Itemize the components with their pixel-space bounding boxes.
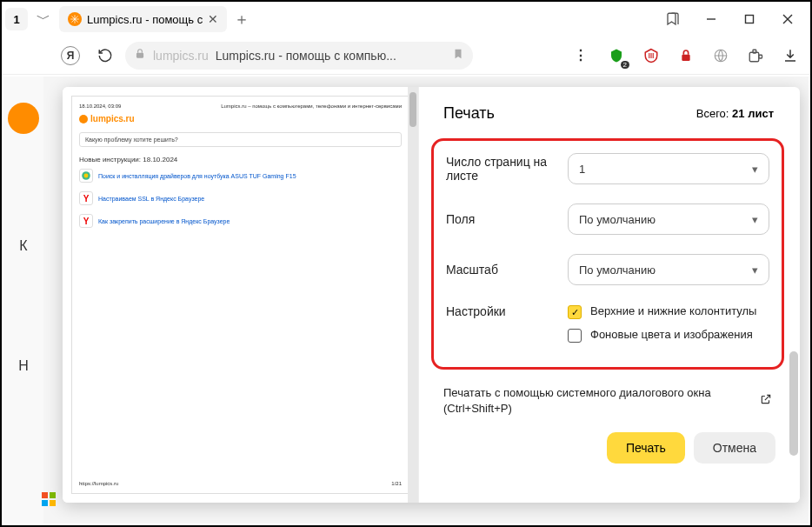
print-button[interactable]: Печать <box>607 432 685 464</box>
site-logo-icon <box>8 103 39 134</box>
page-sidebar: К Н <box>3 77 43 524</box>
bookmark-page-icon[interactable] <box>452 48 464 63</box>
svg-rect-8 <box>749 52 759 62</box>
tab-active[interactable]: Lumpics.ru - помощь с ✕ <box>59 6 227 32</box>
window-titlebar: 1 ﹀ Lumpics.ru - помощь с ✕ ＋ <box>2 2 810 37</box>
preview-subtitle: Lumpics.ru – помощь с компьютерами, теле… <box>221 103 402 109</box>
preview-scrollbar[interactable] <box>408 87 418 503</box>
svg-rect-13 <box>42 500 48 506</box>
scale-label: Масштаб <box>446 263 568 277</box>
preview-article-item: Y Настраиваем SSL в Яндекс Браузере <box>79 191 402 205</box>
scale-select[interactable]: По умолчанию ▾ <box>568 254 769 285</box>
svg-rect-11 <box>42 492 48 498</box>
translate-icon[interactable] <box>706 41 735 70</box>
protect-green-icon[interactable]: 2 <box>602 41 631 70</box>
chevron-down-icon: ▾ <box>752 163 758 176</box>
print-title: Печать <box>443 104 495 123</box>
preview-logo: lumpics.ru <box>79 114 402 123</box>
address-domain: lumpics.ru <box>153 49 209 63</box>
pages-per-sheet-label: Число страниц на листе <box>446 155 568 183</box>
downloads-icon[interactable] <box>775 41 805 70</box>
browser-toolbar: Я lumpics.ru Lumpics.ru - помощь с компь… <box>2 37 810 75</box>
external-link-icon <box>760 393 772 410</box>
pages-per-sheet-select[interactable]: 1 ▾ <box>568 153 769 184</box>
preview-date: 18.10.2024, 03:09 <box>79 103 121 109</box>
print-dialog: 18.10.2024, 03:09 Lumpics.ru – помощь с … <box>63 87 800 503</box>
svg-rect-10 <box>759 55 762 58</box>
adblock-icon[interactable] <box>636 41 666 70</box>
preview-item-icon: Y <box>79 214 93 228</box>
print-actions: Печать Отмена <box>419 417 800 472</box>
svg-rect-5 <box>136 53 143 58</box>
tab-counter[interactable]: 1 <box>5 8 28 30</box>
reload-button[interactable] <box>90 41 120 70</box>
tab-strip: 1 ﹀ Lumpics.ru - помощь с ✕ ＋ <box>5 2 253 37</box>
security-red-icon[interactable] <box>671 41 701 70</box>
svg-rect-9 <box>753 50 756 53</box>
svg-rect-14 <box>50 500 56 506</box>
svg-rect-12 <box>50 492 56 498</box>
preview-search-box: Какую проблему хотите решить? <box>79 132 402 147</box>
extensions-icon[interactable] <box>741 41 770 70</box>
highlighted-settings-group: Число страниц на листе 1 ▾ Поля По умолч… <box>431 138 784 370</box>
preview-article-item: Y Как закрепить расширение в Яндекс Брау… <box>79 214 402 228</box>
margins-select[interactable]: По умолчанию ▾ <box>568 203 769 235</box>
yandex-home-button[interactable]: Я <box>56 41 85 70</box>
bg-text-h: Н <box>18 358 29 374</box>
print-settings-pane: Печать Всего: 21 лист Число страниц на л… <box>419 87 800 503</box>
preview-article-item: Поиск и инсталляция драйверов для ноутбу… <box>79 169 402 183</box>
cancel-button[interactable]: Отмена <box>694 432 775 464</box>
preview-footer-page: 1/21 <box>391 481 402 486</box>
menu-icon[interactable]: ⋮ <box>567 41 596 70</box>
chevron-down-icon: ▾ <box>752 213 758 226</box>
window-maximize-button[interactable] <box>730 2 769 37</box>
preview-item-icon <box>79 169 93 183</box>
svg-rect-6 <box>682 54 689 60</box>
new-tab-button[interactable]: ＋ <box>230 8 253 30</box>
tab-title: Lumpics.ru - помощь с <box>87 13 203 26</box>
headers-footers-label: Верхние и нижние колонтитулы <box>590 304 756 319</box>
svg-rect-2 <box>746 16 754 23</box>
background-graphics-label: Фоновые цвета и изображения <box>590 328 753 343</box>
bg-text-k: К <box>19 238 27 254</box>
address-bar[interactable]: lumpics.ru Lumpics.ru - помощь с компью.… <box>125 42 473 70</box>
address-title: Lumpics.ru - помощь с компью... <box>216 49 396 63</box>
settings-scrollbar[interactable] <box>789 90 798 499</box>
preview-item-icon: Y <box>79 191 93 205</box>
bookmarks-icon[interactable] <box>654 11 692 27</box>
tab-favicon-icon <box>68 12 82 26</box>
preview-section-header: Новые инструкции: 18.10.2024 <box>79 156 402 163</box>
lock-icon <box>134 48 146 63</box>
preview-page: 18.10.2024, 03:09 Lumpics.ru – помощь с … <box>71 96 409 494</box>
tab-close-icon[interactable]: ✕ <box>208 12 218 26</box>
headers-footers-checkbox[interactable]: ✓ <box>568 305 582 319</box>
margins-label: Поля <box>446 212 568 226</box>
window-close-button[interactable] <box>769 2 807 37</box>
system-print-link[interactable]: Печатать с помощью системного диалоговог… <box>443 385 772 417</box>
tab-dropdown-icon[interactable]: ﹀ <box>31 10 56 29</box>
preview-footer-url: https://lumpics.ru <box>79 481 118 486</box>
options-label: Настройки <box>446 304 568 318</box>
windows-logo-icon <box>42 492 56 506</box>
window-minimize-button[interactable] <box>692 2 730 37</box>
protect-badge: 2 <box>621 61 629 69</box>
chevron-down-icon: ▾ <box>752 264 758 277</box>
print-header: Печать Всего: 21 лист <box>419 90 800 133</box>
background-graphics-checkbox[interactable] <box>568 329 582 343</box>
print-preview-pane: 18.10.2024, 03:09 Lumpics.ru – помощь с … <box>63 87 419 503</box>
print-total: Всего: 21 лист <box>696 107 774 120</box>
svg-point-16 <box>84 174 89 178</box>
